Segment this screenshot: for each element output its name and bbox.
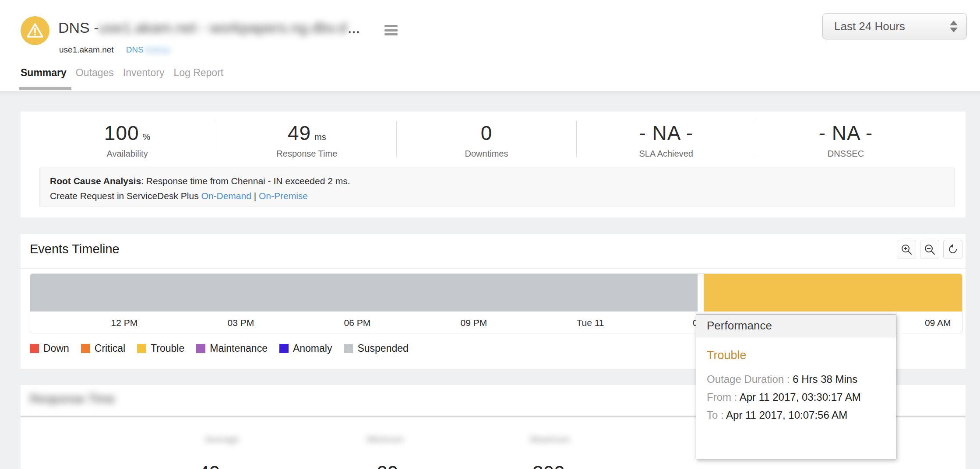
onpremise-link[interactable]: On-Premise bbox=[259, 191, 308, 201]
rca-line1: Root Cause Analysis: Response time from … bbox=[50, 174, 944, 189]
title-ellipsis: ... bbox=[348, 19, 360, 36]
rca-text: : Response time from Chennai - IN exceed… bbox=[141, 176, 350, 186]
legend-item-maintenance: Maintenance bbox=[196, 343, 268, 354]
column-header-redacted: Average bbox=[205, 434, 239, 444]
dnssec-value: - NA - bbox=[819, 121, 873, 145]
rca-request-text: Create Request in ServiceDesk Plus bbox=[50, 191, 201, 201]
trouble-swatch bbox=[137, 344, 146, 353]
legend-item-down: Down bbox=[30, 343, 69, 354]
critical-swatch bbox=[81, 344, 90, 353]
zoom-reset-button[interactable] bbox=[943, 240, 962, 259]
page-title: DNS - use1.akam.net - workpapers.ng.dbv.… bbox=[58, 19, 360, 36]
time-range-dropdown[interactable]: Last 24 Hours bbox=[822, 13, 967, 39]
timeline-bar bbox=[30, 274, 962, 312]
response-time-value: 49 bbox=[288, 121, 311, 145]
zoom-in-button[interactable] bbox=[897, 240, 916, 259]
tab-summary[interactable]: Summary bbox=[21, 67, 67, 79]
axis-tick: Tue 11 bbox=[576, 318, 604, 328]
dns-link-redacted: lookup bbox=[145, 45, 170, 55]
tooltip-title: Performance bbox=[696, 315, 896, 337]
warning-triangle-icon bbox=[26, 23, 44, 38]
zoom-out-button[interactable] bbox=[920, 240, 939, 259]
host-name: use1.akam.net bbox=[59, 45, 114, 55]
timeline-legend: Down Critical Trouble Maintenance Anomal… bbox=[30, 343, 409, 354]
column-header-redacted: Minimum bbox=[367, 434, 404, 444]
sla-label: SLA Achieved bbox=[639, 149, 693, 159]
monitor-subtitle: use1.akam.net DNS lookup bbox=[59, 45, 170, 55]
hamburger-menu-icon[interactable] bbox=[384, 25, 398, 35]
timeline-toolbar bbox=[897, 240, 962, 259]
tab-outages[interactable]: Outages bbox=[76, 67, 114, 79]
root-cause-analysis-box: Root Cause Analysis: Response time from … bbox=[39, 168, 955, 207]
downtimes-label: Downtimes bbox=[465, 149, 508, 159]
response-time-title-redacted: Response Time bbox=[30, 392, 115, 406]
maintenance-swatch bbox=[196, 344, 205, 353]
tab-inventory[interactable]: Inventory bbox=[123, 67, 165, 79]
tooltip-body: Trouble Outage Duration : 6 Hrs 38 Mins … bbox=[696, 337, 896, 424]
anomaly-swatch bbox=[279, 344, 289, 353]
timeline-segment-suspended[interactable] bbox=[30, 274, 698, 312]
availability-label: Availability bbox=[107, 149, 148, 159]
availability-unit: % bbox=[143, 132, 151, 142]
tooltip-status: Trouble bbox=[707, 349, 888, 362]
zoom-reset-icon bbox=[947, 244, 959, 255]
tooltip-duration-row: Outage Duration : 6 Hrs 38 Mins bbox=[707, 370, 888, 388]
monitor-type-label: DNS - bbox=[58, 19, 99, 36]
dns-link[interactable]: DNS bbox=[126, 45, 144, 55]
link-separator: | bbox=[251, 191, 259, 201]
monitor-name-redacted: use1.akam.net - workpapers.ng.dbv.d bbox=[99, 19, 347, 36]
dropdown-arrows-icon bbox=[950, 21, 958, 32]
legend-item-suspended: Suspended bbox=[344, 343, 408, 354]
time-range-value: Last 24 Hours bbox=[834, 20, 905, 33]
metric-value-partial: 49 bbox=[199, 462, 220, 469]
stat-sla: - NA - SLA Achieved bbox=[577, 121, 756, 157]
stat-downtimes: 0 Downtimes bbox=[397, 121, 576, 157]
axis-tick: 09 PM bbox=[461, 318, 487, 328]
stat-availability: 100 % Availability bbox=[38, 121, 217, 157]
response-time-label: Response Time bbox=[276, 149, 337, 159]
active-tab-underline bbox=[19, 87, 71, 90]
sla-value: - NA - bbox=[639, 121, 693, 145]
column-header-redacted: Maximum bbox=[530, 434, 570, 444]
legend-item-trouble: Trouble bbox=[137, 343, 184, 354]
metric-value-partial: 300 bbox=[532, 462, 564, 469]
stat-dnssec: - NA - DNSSEC bbox=[756, 121, 935, 157]
ondemand-link[interactable]: On-Demand bbox=[201, 191, 251, 201]
warning-status-icon bbox=[21, 16, 49, 45]
dnssec-label: DNSSEC bbox=[828, 149, 864, 159]
card-divider bbox=[21, 268, 966, 269]
zoom-out-icon bbox=[924, 244, 935, 255]
tab-log-report[interactable]: Log Report bbox=[173, 67, 223, 79]
suspended-swatch bbox=[344, 344, 353, 353]
legend-item-critical: Critical bbox=[81, 343, 125, 354]
availability-value: 100 bbox=[104, 121, 139, 145]
tooltip-from-row: From : Apr 11 2017, 03:30:17 AM bbox=[707, 388, 888, 406]
events-timeline-title: Events Timeline bbox=[30, 242, 120, 256]
page-header: DNS - use1.akam.net - workpapers.ng.dbv.… bbox=[0, 0, 980, 91]
tab-bar: Summary Outages Inventory Log Report bbox=[21, 67, 223, 79]
axis-tick: 12 PM bbox=[111, 318, 138, 328]
stats-row: 100 % Availability 49 ms Response Time 0… bbox=[38, 121, 935, 157]
axis-tick: 09 AM bbox=[925, 318, 951, 328]
timeline-tooltip: Performance Trouble Outage Duration : 6 … bbox=[696, 314, 896, 459]
rca-title: Root Cause Analysis bbox=[50, 176, 141, 186]
downtimes-value: 0 bbox=[481, 121, 493, 145]
timeline-segment-trouble[interactable] bbox=[704, 274, 962, 312]
axis-tick: 06 PM bbox=[344, 318, 371, 328]
summary-stats-card: 100 % Availability 49 ms Response Time 0… bbox=[21, 112, 966, 217]
segment-gap bbox=[698, 274, 704, 312]
stat-response-time: 49 ms Response Time bbox=[217, 121, 397, 157]
zoom-in-icon bbox=[901, 244, 912, 255]
metric-value-partial: 29 bbox=[377, 462, 398, 469]
rca-line2: Create Request in ServiceDesk Plus On-De… bbox=[50, 189, 944, 203]
axis-tick: 03 PM bbox=[228, 318, 254, 328]
response-time-unit: ms bbox=[314, 132, 326, 142]
down-swatch bbox=[30, 344, 39, 353]
tooltip-to-row: To : Apr 11 2017, 10:07:56 AM bbox=[707, 406, 888, 424]
legend-item-anomaly: Anomaly bbox=[279, 343, 332, 354]
monitor-detail-page: DNS - use1.akam.net - workpapers.ng.dbv.… bbox=[0, 0, 980, 469]
